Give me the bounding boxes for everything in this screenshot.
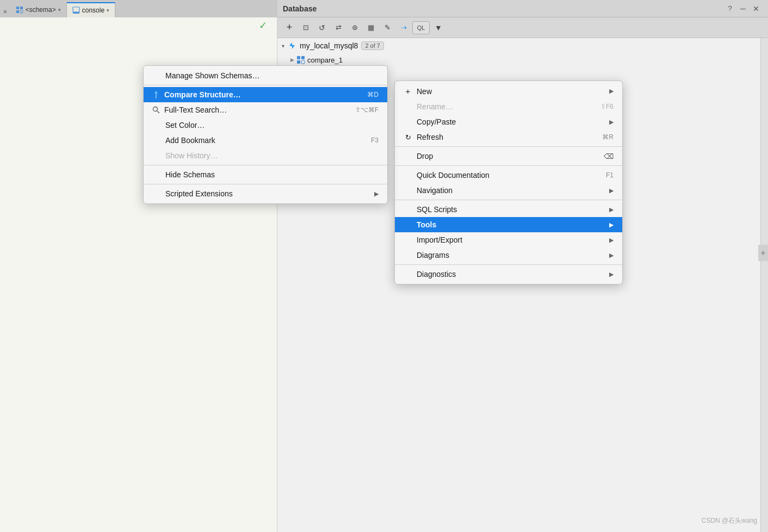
edit-btn[interactable]: ✎	[380, 20, 395, 35]
showhistory-label: Show History…	[165, 151, 218, 160]
db-scrollbar[interactable]	[760, 38, 768, 532]
left-divider-1	[144, 85, 387, 85]
menu-item-copypaste[interactable]: Copy/Paste ▶	[395, 114, 622, 129]
svg-rect-2	[16, 10, 19, 13]
tree-label-compare1: compare_1	[307, 56, 343, 64]
refresh-shortcut: ⌘R	[602, 133, 614, 141]
new-arrow: ▶	[609, 88, 614, 95]
importexport-arrow: ▶	[609, 237, 614, 244]
connection-name: my_local_mysql8	[300, 41, 358, 50]
sqlscripts-arrow: ▶	[609, 206, 614, 213]
tools-label: Tools	[417, 220, 436, 229]
menu-item-import-export[interactable]: Import/Export ▶	[395, 232, 622, 248]
menu-item-rename[interactable]: Rename… ⇧F6	[395, 99, 622, 114]
db-panel-header: Database ? ─ ✕	[277, 0, 768, 17]
console-tab-label: console	[82, 7, 104, 14]
svg-rect-4	[73, 7, 79, 12]
navigation-arrow: ▶	[609, 187, 614, 194]
tree-item-compare1[interactable]: ▶ compare_1	[277, 53, 760, 66]
setcolor-label: Set Color…	[165, 121, 205, 129]
refresh-icon: ↻	[404, 133, 412, 141]
quickdoc-shortcut: F1	[606, 171, 614, 179]
menu-item-hide-schemas[interactable]: Hide Schemas	[144, 167, 387, 182]
schema-tab-chevron: ▾	[58, 7, 61, 13]
menu-item-drop[interactable]: Drop ⌫	[395, 149, 622, 164]
compare-btn[interactable]: ⇄	[331, 20, 346, 35]
drop-icon: ⌫	[604, 152, 614, 160]
table-btn[interactable]: ▦	[363, 20, 379, 35]
tab-more[interactable]: »	[0, 5, 10, 17]
minimize-btn[interactable]: ─	[736, 2, 750, 15]
svg-rect-1	[20, 7, 23, 9]
svg-rect-0	[16, 7, 19, 9]
tools-arrow: ▶	[609, 221, 614, 228]
menu-item-fulltext-search[interactable]: Full-Text Search… ⇧⌥⌘F	[144, 102, 387, 117]
svg-point-20	[762, 252, 764, 254]
refresh-btn[interactable]: ↺	[314, 20, 330, 35]
file-tabs: » <schema> ▾ console ▾	[0, 0, 277, 17]
svg-rect-8	[297, 60, 300, 64]
menu-item-add-bookmark[interactable]: Add Bookmark F3	[144, 133, 387, 148]
importexport-label: Import/Export	[417, 236, 462, 244]
menu-item-quick-doc[interactable]: Quick Documentation F1	[395, 168, 622, 183]
divider-4	[395, 264, 622, 265]
menu-item-tools[interactable]: Tools ▶	[395, 217, 622, 232]
menu-item-diagnostics[interactable]: Diagnostics ▶	[395, 267, 622, 282]
menu-item-show-history[interactable]: Show History…	[144, 148, 387, 163]
schema-icon-compare1	[296, 55, 305, 64]
rename-shortcut: ⇧F6	[600, 103, 614, 110]
menu-item-sql-scripts[interactable]: SQL Scripts ▶	[395, 202, 622, 217]
connection-row[interactable]: ▾ my_local_mysql8 2 of 7	[277, 38, 760, 53]
jump-btn[interactable]: ⇢	[396, 20, 411, 35]
fulltext-search-label: Full-Text Search…	[164, 106, 227, 114]
svg-rect-3	[20, 10, 23, 13]
quickdoc-label: Quick Documentation	[417, 171, 490, 180]
compare-structure-label: Compare Structure…	[164, 90, 241, 99]
copypaste-arrow: ▶	[609, 119, 614, 126]
db-icon-btn[interactable]: ⊛	[347, 20, 362, 35]
copypaste-label: Copy/Paste	[417, 117, 456, 126]
diagnostics-label: Diagnostics	[417, 270, 456, 279]
settings-side-icon[interactable]	[758, 245, 768, 261]
filter-btn[interactable]: ▼	[431, 20, 446, 35]
svg-rect-5	[73, 12, 79, 14]
menu-item-compare-structure[interactable]: Compare Structure… ⌘D	[144, 87, 387, 102]
rename-label: Rename…	[417, 102, 453, 111]
add-btn[interactable]: +	[282, 20, 297, 35]
left-divider-3	[144, 184, 387, 184]
tab-console[interactable]: console ▾	[67, 2, 115, 17]
menu-item-manage-schemas[interactable]: Manage Shown Schemas…	[144, 68, 387, 83]
ql-btn[interactable]: QL	[412, 21, 430, 34]
left-context-menu: Manage Shown Schemas… Compare Structure……	[143, 65, 388, 204]
menu-item-refresh[interactable]: ↻ Refresh ⌘R	[395, 129, 622, 145]
fulltext-search-shortcut: ⇧⌥⌘F	[355, 106, 379, 114]
watermark: CSDN @石头wang	[702, 516, 757, 525]
connection-badge: 2 of 7	[361, 41, 384, 50]
menu-item-navigation[interactable]: Navigation ▶	[395, 183, 622, 198]
console-tab-chevron: ▾	[107, 8, 109, 13]
svg-point-18	[153, 107, 158, 112]
diagrams-label: Diagrams	[417, 251, 449, 259]
menu-item-new[interactable]: + New ▶	[395, 83, 622, 99]
search-icon	[152, 106, 160, 114]
refresh-label: Refresh	[417, 133, 443, 141]
db-panel-title: Database	[283, 4, 317, 13]
menu-item-diagrams[interactable]: Diagrams ▶	[395, 248, 622, 263]
menu-item-set-color[interactable]: Set Color…	[144, 117, 387, 133]
svg-rect-6	[297, 56, 300, 59]
navigation-label: Navigation	[417, 186, 453, 195]
manageschemas-label: Manage Shown Schemas…	[165, 71, 260, 80]
new-label: New	[417, 87, 432, 96]
conn-expand-chevron: ▾	[282, 43, 284, 49]
menu-item-scripted-extensions[interactable]: Scripted Extensions ▶	[144, 186, 387, 201]
copy-btn[interactable]: ⊡	[298, 20, 313, 35]
compare-structure-shortcut: ⌘D	[367, 91, 379, 98]
settings-btn[interactable]: ✕	[750, 2, 763, 15]
scriptedextensions-arrow: ▶	[374, 190, 379, 197]
drop-label: Drop	[417, 152, 433, 160]
scriptedextensions-label: Scripted Extensions	[165, 189, 233, 198]
schema-tab-label: <schema>	[26, 6, 56, 14]
divider-2	[395, 165, 622, 166]
tab-schema[interactable]: <schema> ▾	[10, 2, 67, 17]
help-icon-btn[interactable]: ?	[723, 2, 736, 15]
